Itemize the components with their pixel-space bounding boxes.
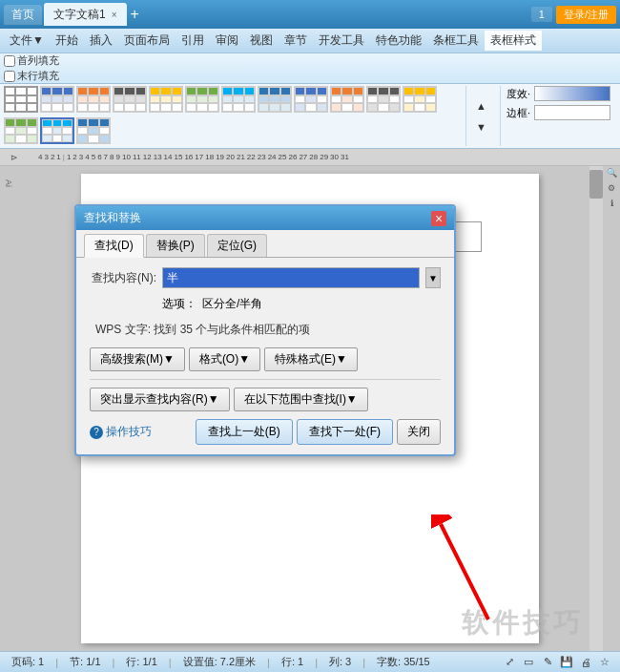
special-format-button[interactable]: 特殊格式(E)▼ [264, 347, 358, 371]
menu-dev[interactable]: 开发工具 [313, 31, 370, 51]
action-buttons: 查找上一处(B) 查找下一处(F) 关闭 [196, 419, 441, 445]
menu-chapter[interactable]: 章节 [279, 31, 313, 51]
checkbox-last-row-fill[interactable]: 末行填充 [4, 69, 59, 83]
tab-goto[interactable]: 定位(G) [207, 234, 267, 257]
info-icon[interactable]: ℹ [605, 199, 618, 212]
find-replace-dialog[interactable]: 查找和替换 × 查找(D) 替换(P) 定位(G) 查找内容(N): ▼ 选项： [74, 204, 456, 456]
dialog-body: 查找内容(N): ▼ 选项： 区分全/半角 WPS 文字: 找到 35 个与此条… [76, 258, 454, 454]
separator [90, 379, 441, 380]
table-style-gallery [4, 86, 462, 147]
menu-reference[interactable]: 引用 [176, 31, 210, 51]
table-style-blue-2[interactable] [258, 86, 292, 113]
status-right-icons: ⤢ ▭ ✎ 💾 🖨 ☆ [502, 655, 612, 670]
table-style-yellow-1[interactable] [149, 86, 183, 113]
checkbox-group: 首行填充 隔行填充 首列填充 末行填充 隔列填充 末列填充 [4, 53, 109, 84]
find-in-button[interactable]: 在以下范围中查找(I)▼ [234, 388, 368, 411]
table-style-green-2[interactable] [4, 117, 38, 144]
main-area: Ai 12。 15。 23。 56。 47。 查找和替换 [0, 166, 620, 651]
home-tab[interactable]: 首页 [4, 5, 42, 25]
find-dropdown-button[interactable]: ▼ [425, 267, 441, 288]
words-status: 字数: 35/15 [373, 655, 434, 669]
ruler-marks: 4 3 2 1 | 1 2 3 4 5 6 7 8 9 10 11 12 13 … [38, 153, 351, 161]
title-bar-right: 1 登录/注册 [531, 6, 616, 24]
table-style-yellow-2[interactable] [403, 86, 437, 113]
menu-start[interactable]: 开始 [50, 31, 84, 51]
dialog-tabs: 查找(D) 替换(P) 定位(G) [76, 230, 454, 258]
table-style-green-1[interactable] [185, 86, 219, 113]
document-tab[interactable]: 文字文稿1 × [44, 3, 127, 26]
shade-slider[interactable] [534, 86, 610, 101]
scrollbar-vertical[interactable] [589, 166, 603, 651]
dialog-title-bar: 查找和替换 × [76, 206, 454, 230]
menu-page-layout[interactable]: 页面布局 [118, 31, 176, 51]
document-area: 12。 15。 23。 56。 47。 查找和替换 × 查找(D) 替换(P) … [17, 166, 603, 651]
border-style[interactable] [534, 105, 610, 120]
menu-table-style[interactable]: 表框样式 [485, 31, 542, 51]
menu-special[interactable]: 特色功能 [370, 31, 427, 51]
ribbon: ▲ ▼ 度效· 边框· [0, 84, 620, 149]
print-icon[interactable]: 🖨 [578, 655, 593, 670]
format-button[interactable]: 格式(O)▼ [189, 347, 260, 371]
new-tab-button[interactable]: + [131, 6, 139, 23]
table-style-gray-1[interactable] [113, 86, 147, 113]
ruler: ⊳ 4 3 2 1 | 1 2 3 4 5 6 7 8 9 10 11 12 1… [0, 149, 620, 166]
close-button[interactable]: 关闭 [397, 419, 441, 445]
table-style-teal-2[interactable] [40, 117, 74, 144]
highlight-row: 突出显示查找内容(R)▼ 在以下范围中查找(I)▼ [90, 388, 441, 411]
find-prev-button[interactable]: 查找上一处(B) [196, 419, 293, 445]
shade-label: 度效· [506, 87, 530, 101]
right-panel: 🔍 ⚙ ℹ [603, 166, 620, 651]
menu-review[interactable]: 审阅 [210, 31, 244, 51]
find-label: 查找内容(N): [90, 270, 156, 286]
star-icon[interactable]: ☆ [597, 655, 612, 670]
edit-icon[interactable]: ✎ [540, 655, 555, 670]
table-style-gray-2[interactable] [366, 86, 401, 113]
save-icon[interactable]: 💾 [559, 655, 574, 670]
tab-label: 文字文稿1 [53, 7, 106, 23]
menu-table-tools[interactable]: 条框工具 [427, 31, 485, 51]
advanced-search-button[interactable]: 高级搜索(M)▼ [90, 347, 185, 371]
section-status: 节: 1/1 [66, 655, 104, 669]
layout-icon[interactable]: ▭ [521, 655, 536, 670]
style-more-up[interactable]: ▲ [470, 97, 492, 115]
minimize-button[interactable]: 1 [531, 7, 552, 22]
border-label: 边框· [506, 106, 530, 120]
highlight-find-button[interactable]: 突出显示查找内容(R)▼ [90, 388, 230, 411]
tab-find[interactable]: 查找(D) [84, 234, 144, 258]
menu-file[interactable]: 文件▼ [4, 31, 50, 51]
login-button[interactable]: 登录/注册 [556, 6, 616, 24]
status-bar: 页码: 1 | 节: 1/1 | 行: 1/1 | 设置值: 7.2厘米 | 行… [0, 651, 620, 672]
options-label: 选项： [162, 296, 196, 312]
tab-close-icon[interactable]: × [112, 10, 117, 20]
toolbar: 首行填充 隔行填充 首列填充 末行填充 隔列填充 末列填充 [0, 53, 620, 84]
menu-insert[interactable]: 插入 [84, 31, 118, 51]
find-next-button[interactable]: 查找下一处(F) [297, 419, 393, 445]
menu-bar: 文件▼ 开始 插入 页面布局 引用 审阅 视图 章节 开发工具 特色功能 条框工… [0, 29, 620, 53]
menu-view[interactable]: 视图 [244, 31, 279, 51]
checkbox-first-col-fill[interactable]: 首列填充 [4, 53, 59, 68]
table-style-teal-1[interactable] [221, 86, 256, 113]
dialog-close-x-button[interactable]: × [431, 211, 446, 226]
position-status: 行: 1/1 [122, 655, 160, 669]
table-style-orange-2[interactable] [330, 86, 364, 113]
help-link[interactable]: ? 操作技巧 [90, 424, 152, 440]
table-style-blue-1[interactable] [40, 86, 74, 113]
settings-icon[interactable]: ⚙ [605, 183, 618, 197]
table-style-orange-1[interactable] [76, 86, 111, 113]
scrollbar-thumb[interactable] [589, 170, 603, 199]
page-status: 页码: 1 [8, 655, 48, 669]
options-text: 区分全/半角 [202, 296, 262, 312]
left-ruler: Ai [4, 179, 13, 187]
find-input[interactable] [162, 267, 420, 288]
tab-replace[interactable]: 替换(P) [146, 234, 205, 257]
find-message: WPS 文字: 找到 35 个与此条件相匹配的项 [90, 322, 441, 338]
setup-status: 设置值: 7.2厘米 [179, 655, 259, 669]
zoom-in-icon[interactable]: 🔍 [605, 168, 618, 181]
table-style-blue-dark[interactable] [76, 117, 111, 144]
expand-icon[interactable]: ⤢ [502, 655, 517, 670]
table-style-plain-1[interactable] [4, 86, 38, 113]
col-status: 列: 3 [325, 655, 355, 669]
options-row: 选项： 区分全/半角 [90, 296, 441, 312]
table-style-blue-3[interactable] [294, 86, 328, 113]
style-more-down[interactable]: ▼ [470, 118, 492, 136]
